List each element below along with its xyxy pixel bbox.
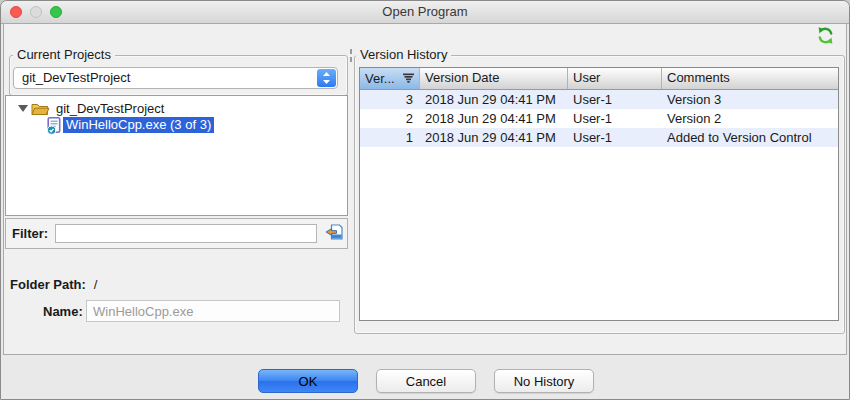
ok-button[interactable]: OK: [258, 369, 358, 393]
zoom-button[interactable]: [50, 6, 62, 18]
refresh-icon[interactable]: [813, 26, 837, 48]
column-header-version-label: Ver...: [365, 69, 395, 89]
cell-version: 3: [360, 90, 420, 109]
version-history-table: Ver... Version Date User Comments 3 2018…: [359, 67, 839, 321]
titlebar[interactable]: Open Program: [1, 1, 849, 24]
project-combobox[interactable]: git_DevTestProject: [13, 67, 338, 89]
cell-date: 2018 Jun 29 04:41 PM: [420, 90, 568, 109]
filter-page-icon[interactable]: [324, 224, 344, 242]
name-label: Name:: [43, 304, 83, 319]
cell-user: User-1: [568, 128, 662, 147]
open-program-dialog: Open Program Current Projects git_DevTes…: [0, 0, 850, 400]
current-projects-label: Current Projects: [13, 48, 115, 62]
close-button[interactable]: [10, 6, 22, 18]
cell-date: 2018 Jun 29 04:41 PM: [420, 109, 568, 128]
table-row[interactable]: 3 2018 Jun 29 04:41 PM User-1 Version 3: [360, 90, 838, 109]
folder-path-label: Folder Path:: [10, 277, 86, 292]
column-header-version[interactable]: Ver...: [360, 68, 420, 89]
table-header-row: Ver... Version Date User Comments: [360, 68, 838, 90]
folder-path-row: Folder Path:/: [10, 277, 97, 292]
funnel-filter-icon: [403, 69, 414, 89]
window-title: Open Program: [1, 1, 849, 23]
cell-comments: Version 3: [662, 90, 838, 109]
cell-version: 2: [360, 109, 420, 128]
cell-user: User-1: [568, 90, 662, 109]
minimize-button-disabled: [30, 6, 42, 18]
cell-version: 1: [360, 128, 420, 147]
cell-comments: Added to Version Control: [662, 128, 838, 147]
column-header-user[interactable]: User: [568, 68, 662, 89]
cell-user: User-1: [568, 109, 662, 128]
program-file-check-icon: [47, 117, 63, 138]
cell-comments: Version 2: [662, 109, 838, 128]
cell-date: 2018 Jun 29 04:41 PM: [420, 128, 568, 147]
project-tree: git_DevTestProject WinHelloCpp.exe (3 of…: [5, 95, 348, 216]
tree-row-project[interactable]: git_DevTestProject: [6, 100, 347, 117]
table-row[interactable]: 2 2018 Jun 29 04:41 PM User-1 Version 2: [360, 109, 838, 128]
cancel-button[interactable]: Cancel: [376, 369, 476, 393]
name-field: [86, 300, 340, 322]
tree-file-label: WinHelloCpp.exe (3 of 3): [63, 117, 214, 133]
no-history-button[interactable]: No History: [494, 369, 594, 393]
filter-label: Filter:: [12, 219, 48, 248]
filter-input[interactable]: [55, 224, 317, 243]
triangle-down-icon[interactable]: [18, 105, 28, 112]
tree-row-file[interactable]: WinHelloCpp.exe (3 of 3): [6, 117, 347, 134]
table-row[interactable]: 1 2018 Jun 29 04:41 PM User-1 Added to V…: [360, 128, 838, 147]
filter-panel: Filter:: [5, 218, 348, 249]
split-divider[interactable]: [349, 49, 353, 65]
tree-root-label: git_DevTestProject: [56, 101, 164, 117]
up-down-stepper-icon: [317, 69, 336, 87]
project-combobox-value: git_DevTestProject: [14, 68, 337, 88]
folder-path-value: /: [94, 277, 98, 292]
column-header-comments[interactable]: Comments: [662, 68, 838, 89]
column-header-date[interactable]: Version Date: [420, 68, 568, 89]
version-history-label: Version History: [356, 48, 451, 62]
